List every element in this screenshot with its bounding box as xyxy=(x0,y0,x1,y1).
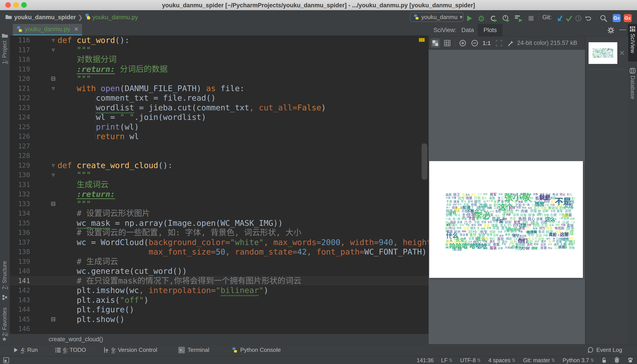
translate-plugin-red-icon[interactable]: G文 xyxy=(624,14,632,22)
transparency-checkerboard-icon[interactable] xyxy=(430,38,440,48)
code-line[interactable]: 126 return wl xyxy=(10,132,429,141)
code-line[interactable]: 137 wc = WordCloud(background_color="whi… xyxy=(10,238,429,247)
run-with-coverage-button[interactable] xyxy=(490,14,497,22)
code-line[interactable]: 146 xyxy=(10,324,429,334)
code-line[interactable]: 138 max_font_size=50, random_state=42, f… xyxy=(10,247,429,257)
code-line[interactable]: 134 # 设置词云形状图片 xyxy=(10,208,429,218)
code-line[interactable]: 127 xyxy=(10,141,429,151)
sidebar-item-favorites[interactable]: 2: Favorites xyxy=(1,308,8,336)
code-line[interactable]: 145⊟ plt.show() xyxy=(10,314,429,324)
stop-button[interactable] xyxy=(528,16,534,21)
sidebar-item-project[interactable]: 1: Project xyxy=(1,41,8,64)
fold-marker-icon[interactable]: ⊟ xyxy=(50,314,57,324)
line-separator-select[interactable]: LF⇅ xyxy=(441,357,452,364)
inspection-warning-indicator[interactable] xyxy=(419,38,425,42)
toolwindow-terminal[interactable]: >_ Terminal xyxy=(178,346,209,354)
interpreter-select[interactable]: Python 3.7⇅ xyxy=(563,357,594,364)
plot-thumbnails-panel: ✕ xyxy=(585,36,628,344)
code-line[interactable]: 141 # 在只设置mask的情况下,你将会得到一个拥有图片形状的词云 xyxy=(10,276,429,286)
fold-marker-icon[interactable]: ▿ xyxy=(50,84,57,93)
line-number: 130 xyxy=(10,170,30,180)
grid-toggle-icon[interactable] xyxy=(442,38,452,48)
toolwindow-todo[interactable]: 6: TODO xyxy=(55,346,86,354)
event-log-bubble-icon xyxy=(588,347,594,353)
sidebar-item-structure[interactable]: 7: Structure xyxy=(1,261,8,290)
caret-position[interactable]: 141:36 xyxy=(417,357,434,364)
concurrency-diagram-button[interactable] xyxy=(514,14,522,22)
debug-button[interactable] xyxy=(478,14,485,22)
breadcrumb-project[interactable]: youku_danmu_spider xyxy=(14,14,76,21)
code-line[interactable]: 140 wc.generate(cut_word()) xyxy=(10,266,429,276)
code-line[interactable]: 121▿ with open(DANMU_FILE_PATH) as file: xyxy=(10,84,429,93)
editor-scrollbar[interactable] xyxy=(422,143,427,180)
tab-plots[interactable]: Plots xyxy=(478,24,502,36)
code-line[interactable]: 130▿ """ xyxy=(10,170,429,180)
gear-icon[interactable] xyxy=(607,27,614,34)
hide-panel-icon[interactable]: — xyxy=(619,26,626,33)
profiler-button[interactable] xyxy=(502,14,510,22)
code-line[interactable]: 128 xyxy=(10,151,429,160)
fold-marker-icon[interactable]: ⊟ xyxy=(50,74,57,84)
code-line[interactable]: 132 :return: xyxy=(10,189,429,199)
unlock-icon[interactable] xyxy=(602,357,606,363)
close-icon[interactable]: ✕ xyxy=(619,49,625,57)
git-branch-select[interactable]: Git: master⇅ xyxy=(523,357,555,364)
sidebar-item-database[interactable]: Database xyxy=(628,67,637,109)
sidebar-item-sciview[interactable]: SciView xyxy=(628,24,637,62)
code-line[interactable]: 120⊟ """ xyxy=(10,74,429,84)
code-line[interactable]: 143 plt.axis("off") xyxy=(10,295,429,305)
line-number: 143 xyxy=(10,295,30,305)
code-line[interactable]: 142 plt.imshow(wc, interpolation="biline… xyxy=(10,286,429,295)
zoom-out-icon[interactable] xyxy=(470,38,480,48)
code-line[interactable]: 133⊟ """ xyxy=(10,199,429,209)
breadcrumb-function[interactable]: create_word_cloud() xyxy=(49,336,103,343)
code-line[interactable]: 129▿def create_word_cloud(): xyxy=(10,160,429,170)
rollback-icon[interactable] xyxy=(585,15,592,22)
toolwindow-switcher-icon[interactable] xyxy=(3,357,9,363)
code-line[interactable]: 125 print(wl) xyxy=(10,122,429,132)
git-update-icon[interactable] xyxy=(556,15,563,22)
breadcrumb-file[interactable]: youku_danmu.py xyxy=(92,14,138,21)
toolwindow-python-console[interactable]: Python Console xyxy=(232,346,281,354)
code-editor[interactable]: 116▿def cut_word():117▿ """118 对数据分词119 … xyxy=(10,36,429,334)
code-line[interactable]: 136 # 设置词云的一些配置, 如: 字体, 背景色, 词云形状, 大小 xyxy=(10,228,429,238)
code-line[interactable]: 117▿ """ xyxy=(10,45,429,55)
toolwindow-run[interactable]: 4: Run xyxy=(14,346,38,354)
translate-plugin-blue-icon[interactable]: G文 xyxy=(613,14,621,22)
encoding-select[interactable]: UTF-8⇅ xyxy=(460,357,481,364)
toolwindow-vcs[interactable]: 9: Version Control xyxy=(104,346,157,354)
run-configuration-select[interactable]: youku_danmu ▾ xyxy=(410,12,463,22)
fold-marker-icon[interactable]: ⊟ xyxy=(50,199,57,209)
zoom-actual-size-button[interactable]: 1:1 xyxy=(482,38,492,48)
fold-marker-icon[interactable]: ▿ xyxy=(50,160,57,170)
tab-data[interactable]: Data xyxy=(462,27,474,34)
code-line[interactable]: 124 wl = " ".join(wordlist) xyxy=(10,112,429,122)
editor-tab[interactable]: youku_danmu.py ✕ xyxy=(13,24,82,36)
search-everywhere-icon[interactable] xyxy=(600,14,607,22)
code-line[interactable]: 122 comment_txt = file.read() xyxy=(10,93,429,103)
plot-thumbnail[interactable] xyxy=(588,42,617,64)
code-line[interactable]: 131 生成词云 xyxy=(10,180,429,190)
fold-marker-icon[interactable]: ▿ xyxy=(50,170,57,180)
chevron-down-icon: ▾ xyxy=(460,14,462,20)
zoom-in-icon[interactable] xyxy=(458,38,468,48)
code-line[interactable]: 144 plt.figure() xyxy=(10,305,429,314)
paw-plugin-icon[interactable] xyxy=(627,357,634,363)
code-line[interactable]: 123 wordlist = jieba.cut(comment_txt, cu… xyxy=(10,103,429,112)
fold-marker-icon[interactable]: ▿ xyxy=(50,45,57,55)
event-log-button[interactable]: Event Log xyxy=(588,346,622,354)
indent-select[interactable]: 4 spaces⇅ xyxy=(488,357,516,364)
code-line[interactable]: 139 # 生成词云 xyxy=(10,257,429,266)
code-line[interactable]: 118 对数据分词 xyxy=(10,54,429,64)
fold-marker-icon[interactable]: ▿ xyxy=(50,36,57,45)
code-line[interactable]: 116▿def cut_word(): xyxy=(10,36,429,45)
matplotlib-figure[interactable] xyxy=(429,161,583,278)
eyedropper-icon[interactable] xyxy=(506,38,516,48)
git-commit-icon[interactable] xyxy=(566,15,572,22)
code-line[interactable]: 119 :return: 分词后的数据 xyxy=(10,64,429,74)
run-button[interactable] xyxy=(466,15,473,22)
inspection-hector-icon[interactable] xyxy=(614,357,620,363)
code-text: wl = " ".join(wordlist) xyxy=(58,112,206,122)
close-icon[interactable]: ✕ xyxy=(74,26,79,33)
code-line[interactable]: 135 wc_mask = np.array(Image.open(WC_MAS… xyxy=(10,218,429,228)
